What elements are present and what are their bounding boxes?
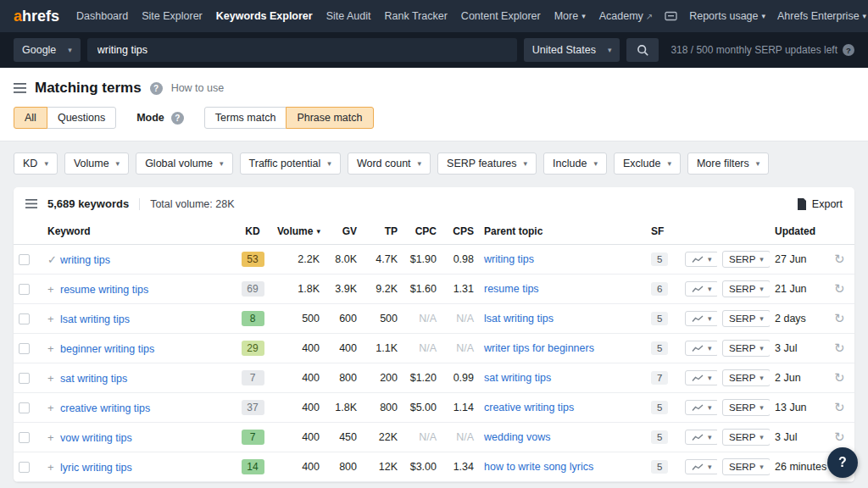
nav-item-ahrefs-enterprise[interactable]: Ahrefs Enterprise▾ [777, 10, 866, 22]
filter-traffic-potential[interactable]: Traffic potential▾ [240, 152, 341, 175]
filter-word-count[interactable]: Word count▾ [348, 152, 431, 175]
column-volume[interactable]: Volume▾ [272, 219, 325, 245]
filter-more-filters[interactable]: More filters▾ [687, 152, 769, 175]
serp-features-badge[interactable]: 6 [651, 282, 668, 296]
serp-button[interactable]: SERP▾ [722, 310, 770, 327]
refresh-icon[interactable]: ↻ [834, 430, 845, 444]
tab-phrase-match[interactable]: Phrase match [286, 107, 373, 129]
keyword-link[interactable]: beginner writing tips [60, 343, 154, 355]
column-gv[interactable]: GV [325, 219, 362, 245]
parent-topic-link[interactable]: creative writing tips [484, 402, 574, 413]
search-engine-select[interactable]: Google▾ [14, 38, 81, 62]
table-menu-icon[interactable] [25, 199, 37, 208]
nav-item-site-audit[interactable]: Site Audit [326, 10, 371, 22]
add-to-list-icon[interactable]: + [47, 342, 60, 355]
serp-features-badge[interactable]: 5 [651, 252, 668, 266]
refresh-icon[interactable]: ↻ [834, 341, 845, 355]
serp-button[interactable]: SERP▾ [722, 280, 770, 297]
keyword-link[interactable]: lyric writing tips [60, 462, 132, 474]
menu-icon[interactable] [14, 83, 26, 93]
parent-topic-link[interactable]: wedding vows [484, 431, 551, 443]
tab-questions[interactable]: Questions [47, 107, 116, 129]
row-checkbox[interactable] [19, 432, 30, 443]
column-parent-topic[interactable]: Parent topic [479, 219, 646, 245]
trend-chart-button[interactable]: ▾ [685, 341, 717, 356]
info-icon[interactable]: ? [843, 44, 854, 56]
parent-topic-link[interactable]: resume tips [484, 283, 539, 295]
row-checkbox[interactable] [19, 402, 30, 413]
trend-chart-button[interactable]: ▾ [685, 370, 717, 385]
nav-item-keywords-explorer[interactable]: Keywords Explorer [216, 10, 313, 22]
keyword-search-input[interactable] [87, 38, 517, 62]
country-select[interactable]: United States▾ [524, 38, 620, 62]
column-sf[interactable]: SF [646, 219, 680, 245]
trend-chart-button[interactable]: ▾ [685, 252, 717, 267]
serp-button[interactable]: SERP▾ [722, 458, 770, 475]
serp-features-badge[interactable]: 7 [651, 371, 668, 385]
parent-topic-link[interactable]: writing tips [484, 253, 534, 265]
keyword-link[interactable]: resume writing tips [60, 284, 148, 296]
keyword-link[interactable]: sat writing tips [60, 373, 127, 385]
row-checkbox[interactable] [19, 284, 30, 295]
parent-topic-link[interactable]: writer tips for beginners [484, 342, 594, 354]
nav-item-content-explorer[interactable]: Content Explorer [461, 10, 541, 22]
trend-chart-button[interactable]: ▾ [685, 281, 717, 297]
serp-features-badge[interactable]: 5 [651, 312, 668, 325]
trend-chart-button[interactable]: ▾ [685, 311, 717, 326]
row-checkbox[interactable] [19, 462, 30, 473]
filter-volume[interactable]: Volume▾ [64, 152, 129, 175]
filter-global-volume[interactable]: Global volume▾ [136, 152, 232, 175]
trend-chart-button[interactable]: ▾ [685, 430, 717, 445]
filter-include[interactable]: Include▾ [543, 152, 607, 175]
keyword-link[interactable]: vow writing tips [60, 432, 132, 444]
trend-chart-button[interactable]: ▾ [685, 459, 717, 474]
column-updated[interactable]: Updated [770, 219, 829, 245]
search-button[interactable] [626, 38, 659, 62]
row-checkbox[interactable] [19, 343, 30, 354]
row-checkbox[interactable] [19, 373, 30, 384]
parent-topic-link[interactable]: lsat writing tips [484, 313, 554, 324]
serp-features-badge[interactable]: 5 [651, 401, 668, 414]
add-to-list-icon[interactable]: + [47, 313, 60, 325]
keyword-link[interactable]: writing tips [60, 254, 110, 266]
filter-kd[interactable]: KD▾ [14, 152, 58, 175]
trend-chart-button[interactable]: ▾ [685, 400, 717, 415]
filter-serp-features[interactable]: SERP features▾ [437, 152, 537, 175]
help-icon[interactable]: ? [150, 82, 163, 95]
refresh-icon[interactable]: ↻ [834, 281, 845, 296]
nav-item-reports-usage[interactable]: Reports usage▾ [689, 10, 765, 22]
nav-item-site-explorer[interactable]: Site Explorer [142, 10, 203, 22]
column-cpc[interactable]: CPC [403, 219, 442, 245]
row-checkbox[interactable] [19, 313, 30, 324]
serp-features-badge[interactable]: 5 [651, 460, 668, 474]
column-keyword[interactable]: Keyword [42, 219, 233, 245]
nav-item-dashboard[interactable]: Dashboard [76, 10, 128, 22]
nav-item-rank-tracker[interactable]: Rank Tracker [385, 10, 448, 22]
help-bubble-button[interactable]: ? [827, 447, 858, 478]
add-to-list-icon[interactable]: + [47, 372, 60, 385]
add-to-list-icon[interactable]: + [47, 461, 60, 474]
chat-icon[interactable] [665, 11, 677, 22]
tab-all[interactable]: All [14, 107, 47, 129]
add-to-list-icon[interactable]: + [47, 402, 60, 414]
how-to-use-link[interactable]: How to use [171, 82, 225, 94]
refresh-icon[interactable]: ↻ [834, 311, 845, 325]
row-checkbox[interactable] [19, 254, 30, 265]
refresh-icon[interactable]: ↻ [834, 252, 845, 266]
add-to-list-icon[interactable]: ✓ [47, 253, 60, 266]
export-button[interactable]: Export [797, 198, 843, 210]
refresh-icon[interactable]: ↻ [834, 370, 845, 385]
serp-button[interactable]: SERP▾ [722, 399, 770, 416]
parent-topic-link[interactable]: sat writing tips [484, 372, 551, 384]
add-to-list-icon[interactable]: + [47, 431, 60, 444]
serp-button[interactable]: SERP▾ [722, 340, 770, 357]
serp-features-badge[interactable]: 5 [651, 430, 668, 444]
ahrefs-logo[interactable]: ahrefs [14, 8, 59, 25]
nav-item-academy[interactable]: Academy↗ [599, 10, 654, 22]
serp-button[interactable]: SERP▾ [722, 429, 770, 446]
column-tp[interactable]: TP [362, 219, 403, 245]
serp-button[interactable]: SERP▾ [722, 369, 770, 386]
serp-features-badge[interactable]: 5 [651, 341, 668, 355]
serp-button[interactable]: SERP▾ [722, 251, 770, 268]
nav-item-more[interactable]: More▾ [554, 10, 586, 22]
